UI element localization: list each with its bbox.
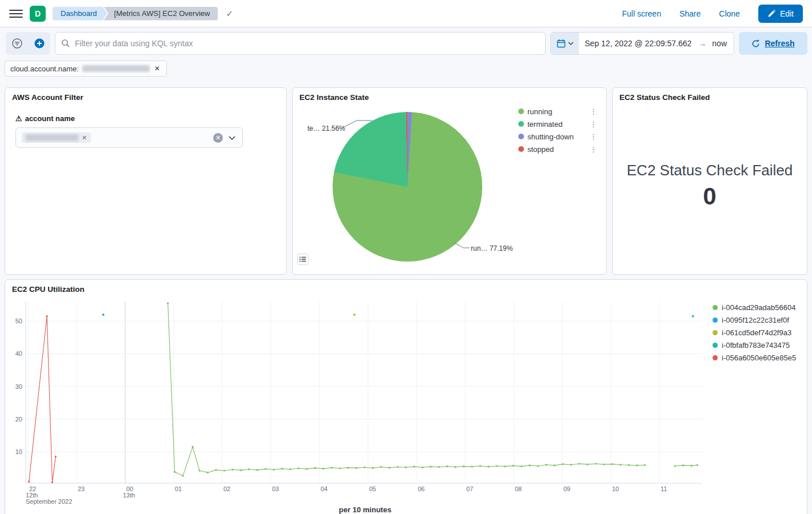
add-filter-button[interactable] xyxy=(28,32,50,55)
legend-item-terminated[interactable]: terminated⋮ xyxy=(518,120,597,128)
chip-remove-icon[interactable]: ✕ xyxy=(82,135,87,141)
legend-item-label[interactable]: i-0fbfafb783e743475 xyxy=(722,341,790,350)
metric-value: 0 xyxy=(703,183,716,210)
cpu-chart-svg[interactable]: 10203040502212thSeptember 2022230013th01… xyxy=(12,296,705,514)
date-end-value[interactable]: now xyxy=(707,39,734,48)
legend-item-label[interactable]: running xyxy=(527,107,552,116)
full-screen-button[interactable]: Full screen xyxy=(622,9,661,18)
space-avatar[interactable]: D xyxy=(30,6,46,22)
legend-item-shutting-down[interactable]: shutting-down⋮ xyxy=(518,132,597,140)
svg-text:13th: 13th xyxy=(123,492,135,499)
chip-redacted-value xyxy=(26,134,78,141)
saved-query-menu-button[interactable] xyxy=(6,32,28,55)
svg-text:11: 11 xyxy=(661,485,667,492)
svg-text:30: 30 xyxy=(15,383,22,390)
legend-color-dot xyxy=(713,330,718,335)
filter-remove-icon[interactable]: ✕ xyxy=(153,64,161,73)
svg-text:September 2022: September 2022 xyxy=(26,498,72,505)
legend-item-menu-icon[interactable]: ⋮ xyxy=(590,107,597,116)
svg-text:01: 01 xyxy=(175,485,182,492)
legend-color-dot xyxy=(713,355,718,360)
refresh-button[interactable]: Refresh xyxy=(739,32,807,55)
svg-text:23: 23 xyxy=(78,485,85,492)
warning-icon: ⚠ xyxy=(15,114,22,123)
legend-item-menu-icon[interactable]: ⋮ xyxy=(590,120,597,128)
pencil-icon xyxy=(767,10,775,18)
pie-label-running: run… 77.19% xyxy=(471,244,513,252)
legend-color-dot xyxy=(518,134,524,139)
breadcrumb-dashboard[interactable]: Dashboard xyxy=(53,7,107,21)
legend-item-stopped[interactable]: stopped⋮ xyxy=(518,145,597,153)
filter-pill-cloud-account-name[interactable]: cloud.account.name: ✕ xyxy=(5,61,167,77)
legend-color-dot xyxy=(713,318,718,323)
date-quick-select-button[interactable] xyxy=(551,33,579,54)
svg-text:06: 06 xyxy=(418,485,425,492)
account-name-combobox[interactable]: ✕ ✕ xyxy=(15,127,243,148)
dashboard-row-1: AWS Account Filter ⚠ account name ✕ ✕ EC… xyxy=(5,87,807,275)
legend-item-label[interactable]: stopped xyxy=(527,145,554,154)
svg-text:03: 03 xyxy=(272,485,279,492)
share-button[interactable]: Share xyxy=(679,9,701,18)
cpu-viz-area: 10203040502212thSeptember 2022230013th01… xyxy=(12,296,800,514)
combobox-clear-icon[interactable]: ✕ xyxy=(213,133,223,143)
legend-item-label[interactable]: terminated xyxy=(527,120,562,128)
legend-item-i-0095f12c22c31ef0f[interactable]: i-0095f12c22c31ef0f xyxy=(713,316,800,324)
saved-check-icon: ✓ xyxy=(226,9,233,19)
svg-text:per 10 minutes: per 10 minutes xyxy=(339,505,391,514)
legend-item-label[interactable]: shutting-down xyxy=(527,132,574,141)
legend-toggle-button[interactable] xyxy=(297,254,309,265)
filter-bar: cloud.account.name: ✕ xyxy=(5,61,807,77)
metric-label: EC2 Status Check Failed xyxy=(627,162,793,179)
panel-title: EC2 CPU Utilization xyxy=(12,284,800,295)
pie-label-terminated: te… 21.56% xyxy=(307,125,345,132)
legend-item-label[interactable]: i-061cd5def74d2f9a3 xyxy=(722,328,791,337)
legend-item-i-056a6050e605e85e5[interactable]: i-056a6050e605e85e5 xyxy=(713,354,800,362)
panel-aws-account-filter: AWS Account Filter ⚠ account name ✕ ✕ xyxy=(5,87,287,275)
legend-item-label[interactable]: i-0095f12c22c31ef0f xyxy=(722,316,789,324)
legend-item-running[interactable]: running⋮ xyxy=(518,107,597,115)
chevron-down-icon xyxy=(568,42,574,45)
legend-item-i-0fbfafb783e743475[interactable]: i-0fbfafb783e743475 xyxy=(713,342,800,349)
date-picker: Sep 12, 2022 @ 22:09:57.662 → now xyxy=(550,32,734,55)
svg-text:20: 20 xyxy=(15,416,22,423)
legend-item-label[interactable]: i-056a6050e605e85e5 xyxy=(722,354,796,362)
menu-icon[interactable] xyxy=(9,7,23,21)
svg-text:07: 07 xyxy=(466,485,473,492)
list-icon xyxy=(299,256,306,262)
clone-button[interactable]: Clone xyxy=(719,9,740,18)
legend-item-label[interactable]: i-004cad29adab56604 xyxy=(722,303,795,312)
selected-account-chip[interactable]: ✕ xyxy=(22,132,91,143)
legend-item-i-061cd5def74d2f9a3[interactable]: i-061cd5def74d2f9a3 xyxy=(713,329,800,336)
svg-text:40: 40 xyxy=(15,350,22,357)
search-input[interactable] xyxy=(75,39,539,48)
edit-button[interactable]: Edit xyxy=(758,5,803,23)
combobox-chevron-down-icon[interactable] xyxy=(227,136,237,140)
svg-text:05: 05 xyxy=(369,485,376,492)
unified-search-bar: Sep 12, 2022 @ 22:09:57.662 → now Refres… xyxy=(0,27,812,55)
breadcrumb-current-page[interactable]: [Metrics AWS] EC2 Overview xyxy=(104,7,218,21)
panel-title: EC2 Instance State xyxy=(299,93,599,103)
date-start-value[interactable]: Sep 12, 2022 @ 22:09:57.662 xyxy=(579,39,697,48)
panel-title: AWS Account Filter xyxy=(12,93,279,103)
panel-ec2-status-check-failed: EC2 Status Check Failed EC2 Status Check… xyxy=(612,87,807,275)
edit-button-label: Edit xyxy=(780,9,794,18)
svg-text:09: 09 xyxy=(563,485,570,492)
calendar-icon xyxy=(557,39,566,48)
kql-search-box xyxy=(55,32,546,55)
cpu-legend: i-004cad29adab56604i-0095f12c22c31ef0fi-… xyxy=(713,296,800,514)
legend-item-i-004cad29adab56604[interactable]: i-004cad29adab56604 xyxy=(713,304,800,311)
legend-item-menu-icon[interactable]: ⋮ xyxy=(590,132,597,141)
svg-text:10: 10 xyxy=(15,448,22,455)
pie-chart[interactable] xyxy=(333,112,482,262)
dashboard-row-2: EC2 CPU Utilization 10203040502212thSept… xyxy=(5,279,807,514)
query-menu-group xyxy=(6,32,50,55)
legend-color-dot xyxy=(713,305,718,310)
legend-color-dot xyxy=(518,121,524,127)
refresh-button-label: Refresh xyxy=(765,39,794,48)
svg-text:10: 10 xyxy=(612,485,619,492)
filter-pill-redacted-value xyxy=(82,65,150,72)
control-label-row: ⚠ account name xyxy=(15,114,279,123)
legend-item-menu-icon[interactable]: ⋮ xyxy=(590,145,597,154)
legend-color-dot xyxy=(713,343,718,348)
svg-text:04: 04 xyxy=(321,485,327,492)
